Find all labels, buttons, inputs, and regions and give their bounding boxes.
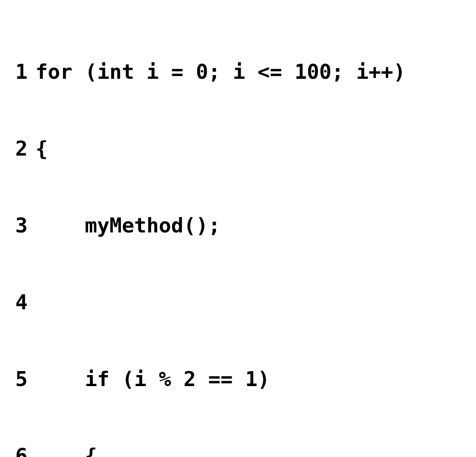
code-text: if (i % 2 == 1) — [35, 366, 270, 392]
code-text: { — [35, 136, 48, 162]
line-number: 6 — [8, 443, 35, 457]
code-text: myMethod(); — [35, 213, 221, 238]
code-text: for (int i = 0; i <= 100; i++) — [35, 59, 405, 85]
code-line: 1 for (int i = 0; i <= 100; i++) — [8, 59, 468, 85]
code-line: 6 { — [8, 443, 468, 457]
code-text: { — [35, 443, 97, 457]
code-line: 5 if (i % 2 == 1) — [8, 366, 468, 392]
line-number: 1 — [8, 59, 35, 85]
code-line: 3 myMethod(); — [8, 213, 468, 238]
line-number: 4 — [8, 290, 35, 315]
line-number: 5 — [8, 366, 35, 392]
line-number: 3 — [8, 213, 35, 238]
code-block: 1 for (int i = 0; i <= 100; i++) 2 { 3 m… — [8, 8, 468, 457]
line-number: 2 — [8, 136, 35, 162]
code-line: 2 { — [8, 136, 468, 162]
code-line: 4 — [8, 290, 468, 315]
